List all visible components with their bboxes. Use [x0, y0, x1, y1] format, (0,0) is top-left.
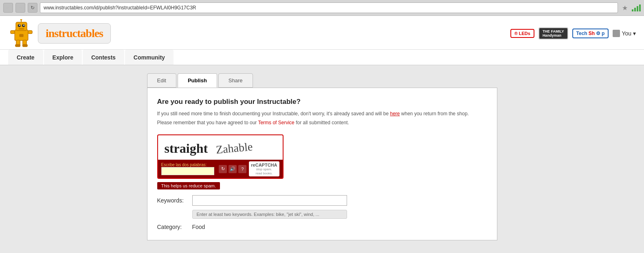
svg-point-5	[23, 25, 24, 26]
desc2-text: when you return from the shop.	[401, 111, 469, 117]
captcha-audio-btn[interactable]: 🔊	[229, 165, 237, 173]
nav-explore[interactable]: Explore	[44, 50, 82, 65]
tos-link[interactable]: Terms of Service	[258, 120, 294, 125]
here-link[interactable]: here	[390, 111, 400, 117]
leds-badge[interactable]: ® LEDs	[510, 29, 534, 38]
site-logo-text[interactable]: instructables	[38, 23, 111, 44]
content-box: Are you ready to publish your Instructab…	[147, 88, 497, 240]
user-label: You	[622, 30, 631, 37]
site-header: instructables ® LEDs THE FAMILYHandyman …	[0, 16, 644, 65]
logo-area: instructables	[8, 19, 111, 48]
recaptcha-title: reCAPTCHA	[251, 163, 277, 167]
category-label: Category:	[157, 224, 190, 230]
logo-robot	[8, 19, 35, 48]
svg-rect-10	[11, 31, 15, 33]
tab-share-label: Share	[229, 77, 243, 84]
nav-community-label: Community	[134, 54, 165, 61]
svg-rect-15	[22, 44, 28, 47]
svg-rect-6	[19, 28, 24, 29]
user-menu[interactable]: You ▾	[613, 30, 636, 37]
keywords-input[interactable]	[192, 195, 347, 206]
url-text: www.instructables.com/id/publish?instruc…	[44, 5, 196, 11]
captcha-refresh-btn[interactable]: ↻	[219, 165, 227, 173]
captcha-words-area: straight Zahable	[158, 135, 283, 160]
page-wrapper: instructables ® LEDs THE FAMILYHandyman …	[0, 16, 644, 252]
address-bar[interactable]: www.instructables.com/id/publish?instruc…	[40, 2, 618, 13]
leds-label: LEDs	[519, 31, 530, 36]
svg-rect-11	[28, 31, 32, 33]
techshop-label: Tech	[576, 31, 587, 36]
keywords-hint: Enter at least two keywords. Examples: b…	[192, 210, 347, 219]
header-right: ® LEDs THE FAMILYHandyman Tech Sh ⚙ p Yo…	[510, 27, 636, 40]
handyman-label: THE FAMILYHandyman	[543, 29, 564, 37]
captcha-label-area: Escribe las dos palabras:	[161, 163, 217, 175]
bookmark-star[interactable]: ★	[622, 4, 628, 12]
keywords-label: Keywords:	[157, 197, 190, 204]
header-top: instructables ® LEDs THE FAMILYHandyman …	[0, 16, 644, 49]
svg-point-8	[20, 19, 22, 20]
keywords-row: Keywords:	[157, 195, 487, 206]
browser-toolbar: ← → ↻ www.instructables.com/id/publish?i…	[0, 0, 644, 15]
tab-bar: Edit Publish Share	[147, 73, 497, 88]
back-button[interactable]: ←	[3, 3, 13, 13]
recaptcha-logo: reCAPTCHA stop spam.read books.	[249, 161, 279, 176]
category-value: Food	[192, 224, 205, 230]
nav-community[interactable]: Community	[125, 50, 174, 65]
browser-chrome: ← → ↻ www.instructables.com/id/publish?i…	[0, 0, 644, 16]
nav-contests-label: Contests	[91, 54, 116, 61]
forward-button[interactable]: →	[15, 3, 25, 13]
site-nav: Create Explore Contests Community	[0, 49, 644, 65]
svg-rect-14	[15, 44, 20, 47]
spam-notice-text: This helps us reduce spam.	[157, 182, 220, 189]
publish-description: If you still need more time to finish do…	[157, 110, 487, 117]
captcha-input[interactable]	[161, 167, 214, 175]
captcha-help-btn[interactable]: ?	[238, 165, 246, 173]
tos-description: Please remember that you have agreed to …	[157, 119, 487, 126]
captcha-input-label: Escribe las dos palabras:	[161, 163, 217, 167]
recaptcha-subtitle: stop spam.read books.	[256, 167, 273, 175]
handyman-badge[interactable]: THE FAMILYHandyman	[538, 27, 568, 40]
captcha-wrapper: straight Zahable Escribe las dos palabra…	[157, 134, 284, 179]
publish-title: Are you ready to publish your Instructab…	[157, 98, 487, 106]
captcha-bottom: Escribe las dos palabras: ↻ 🔊 ? reCAPTCH…	[158, 160, 283, 178]
nav-contests[interactable]: Contests	[83, 50, 124, 65]
nav-explore-label: Explore	[53, 54, 73, 61]
techshop-badge[interactable]: Tech Sh ⚙ p	[572, 29, 609, 38]
category-row: Category: Food	[157, 224, 487, 230]
tab-edit[interactable]: Edit	[147, 73, 176, 88]
desc1-text: If you still need more time to finish do…	[157, 111, 389, 117]
captcha-word2: Zahable	[215, 140, 253, 156]
tos-suffix-text: for all submitted content.	[296, 120, 349, 125]
captcha-word1: straight	[165, 141, 208, 156]
captcha-icons: ↻ 🔊 ?	[219, 165, 246, 173]
svg-point-4	[19, 25, 20, 26]
main-content: Edit Publish Share Are you ready to publ…	[139, 65, 506, 249]
user-dropdown-icon: ▾	[633, 30, 636, 37]
signal-indicator	[632, 4, 641, 11]
tos-prefix-text: Please remember that you have agreed to …	[157, 120, 258, 125]
tab-publish-label: Publish	[188, 77, 207, 84]
nav-create-label: Create	[17, 54, 35, 61]
tab-edit-label: Edit	[157, 77, 166, 84]
user-avatar-icon	[613, 30, 620, 37]
reload-button[interactable]: ↻	[28, 3, 37, 13]
tab-publish[interactable]: Publish	[178, 73, 217, 88]
nav-create[interactable]: Create	[8, 50, 43, 65]
tab-share[interactable]: Share	[218, 73, 253, 88]
spam-notice: This helps us reduce spam.	[157, 182, 487, 195]
captcha-box: straight Zahable Escribe las dos palabra…	[157, 134, 284, 179]
svg-rect-9	[19, 34, 23, 37]
